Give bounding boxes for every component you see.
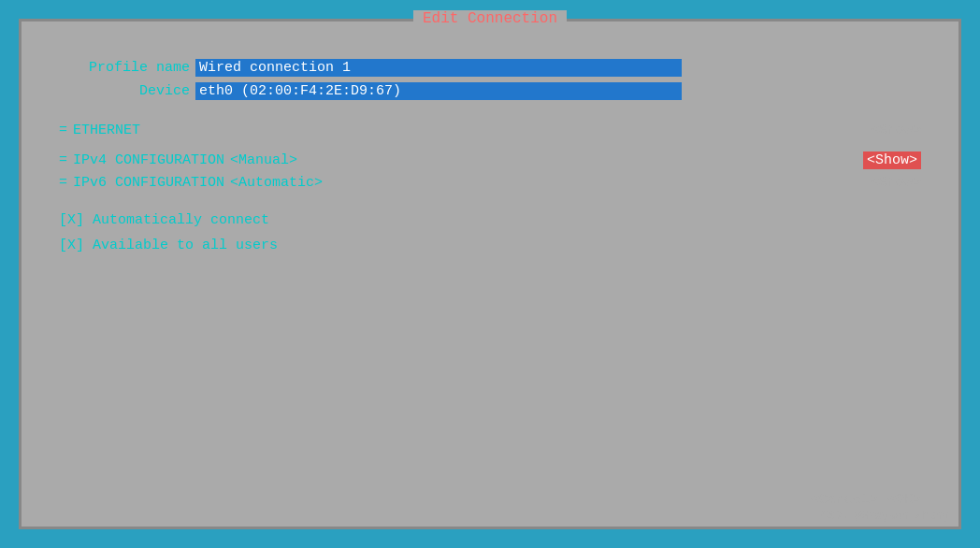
available-users-checkbox[interactable]: [X] Available to all users: [59, 233, 921, 258]
bottom-buttons: <Cancel> <OK>: [22, 492, 958, 526]
ethernet-equals: =: [59, 123, 67, 138]
ipv6-left: = IPv6 CONFIGURATION <Automatic>: [59, 175, 323, 191]
device-row: Device eth0 (02:00:F4:2E:D9:67): [59, 82, 921, 100]
ipv4-section: = IPv4 CONFIGURATION <Manual> <Show>: [59, 151, 921, 169]
cancel-button[interactable]: <Cancel>: [811, 492, 878, 508]
ipv4-mode: <Manual>: [230, 152, 297, 168]
checkbox-section: [X] Automatically connect [X] Available …: [59, 208, 921, 258]
profile-name-label: Profile name: [59, 60, 190, 76]
device-label: Device: [59, 83, 190, 99]
main-window: Edit Connection Profile name Wired conne…: [19, 19, 961, 529]
ipv4-equals: =: [59, 152, 67, 168]
content-area: Profile name Wired connection 1 Device e…: [22, 40, 958, 492]
watermark: CSDN @Grayson_Zheng: [821, 510, 949, 523]
auto-connect-checkbox[interactable]: [X] Automatically connect: [59, 208, 921, 233]
window-title: Edit Connection: [413, 10, 567, 27]
ipv6-show-button[interactable]: <Show>: [871, 175, 921, 191]
ipv6-mode: <Automatic>: [230, 175, 323, 191]
ipv4-show-button[interactable]: <Show>: [863, 151, 921, 169]
ethernet-show-button[interactable]: <Show>: [871, 123, 921, 138]
ipv4-left: = IPv4 CONFIGURATION <Manual>: [59, 152, 297, 168]
ok-button[interactable]: <OK>: [887, 492, 921, 508]
ipv6-equals: =: [59, 175, 67, 191]
ethernet-section: = ETHERNET <Show>: [59, 123, 921, 138]
profile-name-value[interactable]: Wired connection 1: [195, 59, 682, 77]
ipv4-name: IPv4 CONFIGURATION: [73, 152, 224, 168]
device-value[interactable]: eth0 (02:00:F4:2E:D9:67): [195, 82, 682, 100]
ipv6-section: = IPv6 CONFIGURATION <Automatic> <Show>: [59, 175, 921, 191]
ethernet-name: ETHERNET: [73, 123, 140, 138]
profile-name-row: Profile name Wired connection 1: [59, 59, 921, 77]
ipv6-name: IPv6 CONFIGURATION: [73, 175, 224, 191]
ethernet-left: = ETHERNET: [59, 123, 140, 138]
